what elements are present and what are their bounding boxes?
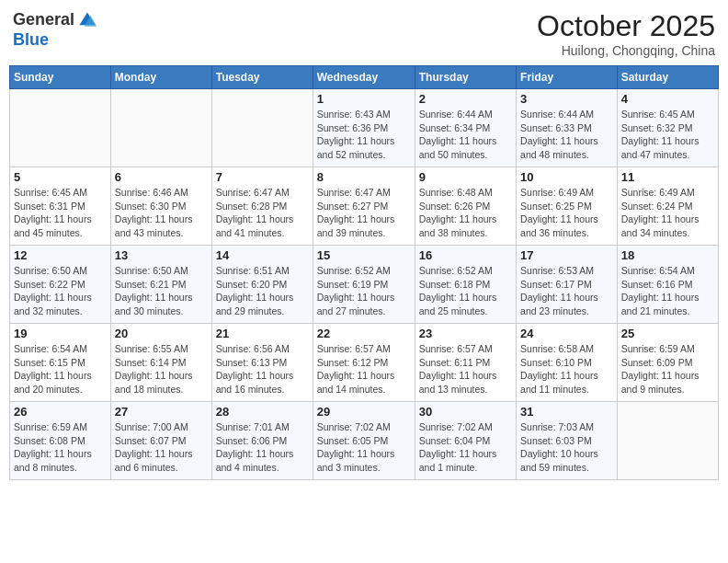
calendar-table: SundayMondayTuesdayWednesdayThursdayFrid… bbox=[9, 65, 719, 480]
weekday-header: Wednesday bbox=[313, 66, 415, 89]
day-info: Sunrise: 6:49 AMSunset: 6:25 PMDaylight:… bbox=[520, 186, 613, 240]
day-number: 23 bbox=[419, 327, 512, 340]
calendar-cell: 4Sunrise: 6:45 AMSunset: 6:32 PMDaylight… bbox=[617, 89, 718, 167]
day-info: Sunrise: 6:43 AMSunset: 6:36 PMDaylight:… bbox=[317, 108, 411, 162]
day-number: 29 bbox=[317, 405, 411, 419]
calendar-cell: 13Sunrise: 6:50 AMSunset: 6:21 PMDayligh… bbox=[110, 246, 211, 324]
page-header: General Blue October 2025 Huilong, Chong… bbox=[9, 9, 719, 58]
day-number: 25 bbox=[621, 327, 714, 340]
logo-icon bbox=[76, 9, 98, 31]
calendar-cell: 26Sunrise: 6:59 AMSunset: 6:08 PMDayligh… bbox=[10, 402, 111, 480]
day-number: 26 bbox=[14, 405, 107, 419]
day-info: Sunrise: 6:49 AMSunset: 6:24 PMDaylight:… bbox=[621, 186, 714, 240]
day-number: 12 bbox=[14, 248, 107, 262]
day-number: 30 bbox=[419, 405, 512, 419]
day-info: Sunrise: 6:54 AMSunset: 6:15 PMDaylight:… bbox=[14, 342, 107, 396]
day-info: Sunrise: 6:56 AMSunset: 6:13 PMDaylight:… bbox=[216, 342, 309, 396]
day-number: 11 bbox=[621, 170, 714, 184]
calendar-cell: 15Sunrise: 6:52 AMSunset: 6:19 PMDayligh… bbox=[313, 246, 415, 324]
day-number: 16 bbox=[419, 248, 512, 262]
calendar-cell: 11Sunrise: 6:49 AMSunset: 6:24 PMDayligh… bbox=[617, 167, 718, 246]
day-info: Sunrise: 6:45 AMSunset: 6:31 PMDaylight:… bbox=[14, 186, 107, 240]
month-title: October 2025 bbox=[537, 9, 715, 43]
day-number: 13 bbox=[115, 248, 208, 262]
calendar-cell: 1Sunrise: 6:43 AMSunset: 6:36 PMDaylight… bbox=[313, 89, 415, 167]
calendar-cell: 30Sunrise: 7:02 AMSunset: 6:04 PMDayligh… bbox=[415, 402, 516, 480]
weekday-header: Tuesday bbox=[211, 66, 313, 89]
calendar-header: SundayMondayTuesdayWednesdayThursdayFrid… bbox=[10, 66, 719, 89]
day-number: 31 bbox=[520, 405, 613, 419]
day-info: Sunrise: 7:03 AMSunset: 6:03 PMDaylight:… bbox=[520, 420, 613, 475]
weekday-header: Sunday bbox=[10, 66, 111, 89]
calendar-cell: 19Sunrise: 6:54 AMSunset: 6:15 PMDayligh… bbox=[10, 324, 111, 402]
calendar-cell bbox=[617, 402, 718, 480]
calendar-cell: 22Sunrise: 6:57 AMSunset: 6:12 PMDayligh… bbox=[313, 324, 415, 402]
calendar-cell bbox=[110, 89, 211, 167]
calendar-cell: 28Sunrise: 7:01 AMSunset: 6:06 PMDayligh… bbox=[211, 402, 313, 480]
calendar-cell: 6Sunrise: 6:46 AMSunset: 6:30 PMDaylight… bbox=[110, 167, 211, 246]
calendar-cell: 27Sunrise: 7:00 AMSunset: 6:07 PMDayligh… bbox=[110, 402, 211, 480]
calendar-cell: 23Sunrise: 6:57 AMSunset: 6:11 PMDayligh… bbox=[415, 324, 516, 402]
calendar-cell bbox=[10, 89, 111, 167]
day-info: Sunrise: 6:59 AMSunset: 6:08 PMDaylight:… bbox=[14, 420, 107, 475]
day-info: Sunrise: 6:55 AMSunset: 6:14 PMDaylight:… bbox=[115, 342, 208, 396]
day-info: Sunrise: 6:52 AMSunset: 6:18 PMDaylight:… bbox=[419, 264, 512, 318]
logo-blue: Blue bbox=[13, 31, 98, 50]
day-number: 22 bbox=[317, 327, 411, 340]
weekday-header: Monday bbox=[110, 66, 211, 89]
day-info: Sunrise: 6:45 AMSunset: 6:32 PMDaylight:… bbox=[621, 108, 714, 162]
calendar-cell: 21Sunrise: 6:56 AMSunset: 6:13 PMDayligh… bbox=[211, 324, 313, 402]
day-info: Sunrise: 6:47 AMSunset: 6:28 PMDaylight:… bbox=[216, 186, 309, 240]
day-number: 10 bbox=[520, 170, 613, 184]
calendar-cell: 24Sunrise: 6:58 AMSunset: 6:10 PMDayligh… bbox=[517, 324, 618, 402]
weekday-header: Saturday bbox=[617, 66, 718, 89]
day-info: Sunrise: 7:02 AMSunset: 6:04 PMDaylight:… bbox=[419, 420, 512, 475]
calendar-cell: 20Sunrise: 6:55 AMSunset: 6:14 PMDayligh… bbox=[110, 324, 211, 402]
calendar-cell: 31Sunrise: 7:03 AMSunset: 6:03 PMDayligh… bbox=[517, 402, 618, 480]
weekday-header: Thursday bbox=[415, 66, 516, 89]
calendar-cell: 3Sunrise: 6:44 AMSunset: 6:33 PMDaylight… bbox=[517, 89, 618, 167]
calendar-cell: 16Sunrise: 6:52 AMSunset: 6:18 PMDayligh… bbox=[415, 246, 516, 324]
day-info: Sunrise: 6:52 AMSunset: 6:19 PMDaylight:… bbox=[317, 264, 411, 318]
day-info: Sunrise: 6:53 AMSunset: 6:17 PMDaylight:… bbox=[520, 264, 613, 318]
calendar-cell bbox=[211, 89, 313, 167]
day-info: Sunrise: 6:47 AMSunset: 6:27 PMDaylight:… bbox=[317, 186, 411, 240]
day-number: 3 bbox=[520, 92, 613, 106]
calendar-cell: 9Sunrise: 6:48 AMSunset: 6:26 PMDaylight… bbox=[415, 167, 516, 246]
day-number: 28 bbox=[216, 405, 309, 419]
day-number: 14 bbox=[216, 248, 309, 262]
day-number: 2 bbox=[419, 92, 512, 106]
logo-general: General bbox=[13, 11, 74, 29]
calendar-cell: 5Sunrise: 6:45 AMSunset: 6:31 PMDaylight… bbox=[10, 167, 111, 246]
day-number: 6 bbox=[115, 170, 208, 184]
day-number: 4 bbox=[621, 92, 714, 106]
day-number: 21 bbox=[216, 327, 309, 340]
day-number: 17 bbox=[520, 248, 613, 262]
day-info: Sunrise: 7:00 AMSunset: 6:07 PMDaylight:… bbox=[115, 420, 208, 475]
day-info: Sunrise: 6:57 AMSunset: 6:12 PMDaylight:… bbox=[317, 342, 411, 396]
day-number: 24 bbox=[520, 327, 613, 340]
day-number: 18 bbox=[621, 248, 714, 262]
day-info: Sunrise: 6:50 AMSunset: 6:21 PMDaylight:… bbox=[115, 264, 208, 318]
calendar-cell: 17Sunrise: 6:53 AMSunset: 6:17 PMDayligh… bbox=[517, 246, 618, 324]
day-info: Sunrise: 6:48 AMSunset: 6:26 PMDaylight:… bbox=[419, 186, 512, 240]
calendar-cell: 10Sunrise: 6:49 AMSunset: 6:25 PMDayligh… bbox=[517, 167, 618, 246]
calendar-cell: 14Sunrise: 6:51 AMSunset: 6:20 PMDayligh… bbox=[211, 246, 313, 324]
day-number: 15 bbox=[317, 248, 411, 262]
calendar-cell: 8Sunrise: 6:47 AMSunset: 6:27 PMDaylight… bbox=[313, 167, 415, 246]
day-number: 1 bbox=[317, 92, 411, 106]
day-info: Sunrise: 6:44 AMSunset: 6:33 PMDaylight:… bbox=[520, 108, 613, 162]
day-number: 20 bbox=[115, 327, 208, 340]
day-info: Sunrise: 6:54 AMSunset: 6:16 PMDaylight:… bbox=[621, 264, 714, 318]
day-info: Sunrise: 6:57 AMSunset: 6:11 PMDaylight:… bbox=[419, 342, 512, 396]
day-info: Sunrise: 6:51 AMSunset: 6:20 PMDaylight:… bbox=[216, 264, 309, 318]
day-number: 19 bbox=[14, 327, 107, 340]
weekday-header: Friday bbox=[517, 66, 618, 89]
day-info: Sunrise: 6:59 AMSunset: 6:09 PMDaylight:… bbox=[621, 342, 714, 396]
calendar-cell: 2Sunrise: 6:44 AMSunset: 6:34 PMDaylight… bbox=[415, 89, 516, 167]
day-info: Sunrise: 7:01 AMSunset: 6:06 PMDaylight:… bbox=[216, 420, 309, 475]
day-info: Sunrise: 7:02 AMSunset: 6:05 PMDaylight:… bbox=[317, 420, 411, 475]
day-number: 9 bbox=[419, 170, 512, 184]
logo: General Blue bbox=[13, 9, 98, 50]
calendar-cell: 29Sunrise: 7:02 AMSunset: 6:05 PMDayligh… bbox=[313, 402, 415, 480]
